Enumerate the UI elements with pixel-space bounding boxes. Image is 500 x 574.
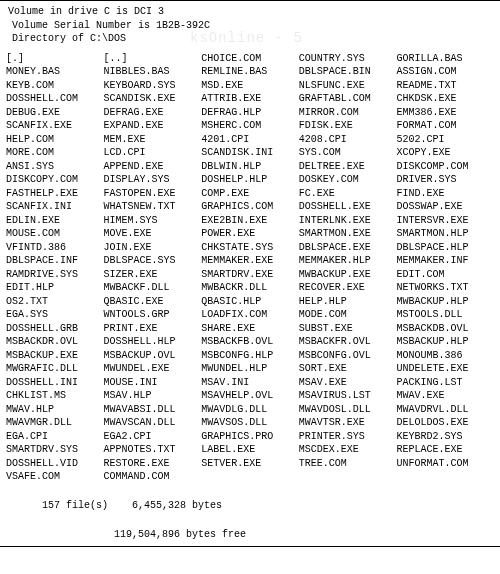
file-entry: FC.EXE bbox=[299, 187, 397, 201]
file-entry: EXE2BIN.EXE bbox=[201, 214, 299, 228]
file-column: [..]NIBBLES.BASKEYBOARD.SYSSCANDISK.EXED… bbox=[104, 52, 202, 484]
file-entry: MWBACKR.DLL bbox=[201, 281, 299, 295]
file-entry: ATTRIB.EXE bbox=[201, 92, 299, 106]
file-entry: COMMAND.COM bbox=[104, 470, 202, 484]
file-entry: EDIT.COM bbox=[396, 268, 494, 282]
file-entry: SCANFIX.INI bbox=[6, 200, 104, 214]
dos-dir-listing: ksOnline - 5 Volume in drive C is DCI 3 … bbox=[0, 0, 500, 547]
file-entry: CHKLIST.MS bbox=[6, 389, 104, 403]
file-entry: DBLSPACE.HLP bbox=[396, 241, 494, 255]
file-entry: KEYB.COM bbox=[6, 79, 104, 93]
file-entry: [.] bbox=[6, 52, 104, 66]
file-entry: MWAVTSR.EXE bbox=[299, 416, 397, 430]
file-entry: DOSKEY.COM bbox=[299, 173, 397, 187]
file-entry: MEMMAKER.INF bbox=[396, 254, 494, 268]
file-entry: WHATSNEW.TXT bbox=[104, 200, 202, 214]
file-entry: MWBACKF.DLL bbox=[104, 281, 202, 295]
file-entry: VSAFE.COM bbox=[6, 470, 104, 484]
file-entry: MSBACKUP.OVL bbox=[104, 349, 202, 363]
file-entry: MSBACKUP.HLP bbox=[396, 335, 494, 349]
file-entry: UNDELETE.EXE bbox=[396, 362, 494, 376]
file-entry: MSBACKDR.OVL bbox=[6, 335, 104, 349]
file-entry: MWAVDLG.DLL bbox=[201, 403, 299, 417]
file-entry: DOSSHELL.EXE bbox=[299, 200, 397, 214]
file-entry: MORE.COM bbox=[6, 146, 104, 160]
file-entry: MONOUMB.386 bbox=[396, 349, 494, 363]
summary-files: 157 file(s) 6,455,328 bytes bbox=[6, 486, 494, 527]
file-entry: REPLACE.EXE bbox=[396, 443, 494, 457]
file-entry: SCANDISK.INI bbox=[201, 146, 299, 160]
file-entry: SYS.COM bbox=[299, 146, 397, 160]
file-entry: MSAV.INI bbox=[201, 376, 299, 390]
file-entry: MSBACKUP.EXE bbox=[6, 349, 104, 363]
file-entry: NLSFUNC.EXE bbox=[299, 79, 397, 93]
file-entry: SHARE.EXE bbox=[201, 322, 299, 336]
file-entry: INTERLNK.EXE bbox=[299, 214, 397, 228]
file-entry: MWUNDEL.HLP bbox=[201, 362, 299, 376]
file-entry: MWAVDRVL.DLL bbox=[396, 403, 494, 417]
file-entry: DEBUG.EXE bbox=[6, 106, 104, 120]
file-entry: FIND.EXE bbox=[396, 187, 494, 201]
file-entry: MSCDEX.EXE bbox=[299, 443, 397, 457]
file-entry: MWAVDOSL.DLL bbox=[299, 403, 397, 417]
file-entry: LABEL.EXE bbox=[201, 443, 299, 457]
file-entry: EDLIN.EXE bbox=[6, 214, 104, 228]
file-entry: MOVE.EXE bbox=[104, 227, 202, 241]
file-entry: MWBACKUP.EXE bbox=[299, 268, 397, 282]
file-entry bbox=[201, 470, 299, 484]
file-entry: RECOVER.EXE bbox=[299, 281, 397, 295]
file-entry: MWUNDEL.EXE bbox=[104, 362, 202, 376]
file-entry: GORILLA.BAS bbox=[396, 52, 494, 66]
file-entry: DRIVER.SYS bbox=[396, 173, 494, 187]
file-entry: APPEND.EXE bbox=[104, 160, 202, 174]
file-entry: GRAFTABL.COM bbox=[299, 92, 397, 106]
file-entry: TREE.COM bbox=[299, 457, 397, 471]
file-entry: MONEY.BAS bbox=[6, 65, 104, 79]
file-entry: MWBACKUP.HLP bbox=[396, 295, 494, 309]
file-entry: PRINTER.SYS bbox=[299, 430, 397, 444]
file-entry: QBASIC.EXE bbox=[104, 295, 202, 309]
file-entry: SCANDISK.EXE bbox=[104, 92, 202, 106]
file-entry: SORT.EXE bbox=[299, 362, 397, 376]
file-entry: MSAVHELP.OVL bbox=[201, 389, 299, 403]
file-entry: SMARTMON.EXE bbox=[299, 227, 397, 241]
file-entry: LCD.CPI bbox=[104, 146, 202, 160]
file-entry: SMARTDRV.EXE bbox=[201, 268, 299, 282]
file-column: CHOICE.COMREMLINE.BASMSD.EXEATTRIB.EXEDE… bbox=[201, 52, 299, 484]
file-entry: SUBST.EXE bbox=[299, 322, 397, 336]
file-entry: ASSIGN.COM bbox=[396, 65, 494, 79]
file-entry: FASTHELP.EXE bbox=[6, 187, 104, 201]
file-entry: MSBCONFG.OVL bbox=[299, 349, 397, 363]
file-entry: DOSSHELL.GRB bbox=[6, 322, 104, 336]
file-entry: DBLSPACE.EXE bbox=[299, 241, 397, 255]
file-entry: FORMAT.COM bbox=[396, 119, 494, 133]
file-entry: FDISK.EXE bbox=[299, 119, 397, 133]
file-entry: MSTOOLS.DLL bbox=[396, 308, 494, 322]
file-entry: REMLINE.BAS bbox=[201, 65, 299, 79]
file-entry: DBLSPACE.INF bbox=[6, 254, 104, 268]
file-entry: MEM.EXE bbox=[104, 133, 202, 147]
file-entry: MSBACKFR.OVL bbox=[299, 335, 397, 349]
bytes-used: 6,455,328 bytes bbox=[132, 500, 222, 511]
file-entry: DISKCOPY.COM bbox=[6, 173, 104, 187]
file-entry: DOSSHELL.COM bbox=[6, 92, 104, 106]
file-entry: INTERSVR.EXE bbox=[396, 214, 494, 228]
summary-free: 119,504,896 bytes free bbox=[6, 528, 494, 542]
file-entry: CHOICE.COM bbox=[201, 52, 299, 66]
file-entry: QBASIC.HLP bbox=[201, 295, 299, 309]
file-entry: SCANFIX.EXE bbox=[6, 119, 104, 133]
file-entry: DBLSPACE.BIN bbox=[299, 65, 397, 79]
file-entry: PRINT.EXE bbox=[104, 322, 202, 336]
file-entry: KEYBOARD.SYS bbox=[104, 79, 202, 93]
file-entry: LOADFIX.COM bbox=[201, 308, 299, 322]
file-entry: MWAV.EXE bbox=[396, 389, 494, 403]
file-entry: CHKSTATE.SYS bbox=[201, 241, 299, 255]
file-entry: MEMMAKER.HLP bbox=[299, 254, 397, 268]
file-entry: DELOLDOS.EXE bbox=[396, 416, 494, 430]
file-entry: EGA2.CPI bbox=[104, 430, 202, 444]
file-entry: MWGRAFIC.DLL bbox=[6, 362, 104, 376]
file-entry: DOSSHELL.INI bbox=[6, 376, 104, 390]
file-entry: WNTOOLS.GRP bbox=[104, 308, 202, 322]
file-entry: [..] bbox=[104, 52, 202, 66]
file-entry: GRAPHICS.COM bbox=[201, 200, 299, 214]
